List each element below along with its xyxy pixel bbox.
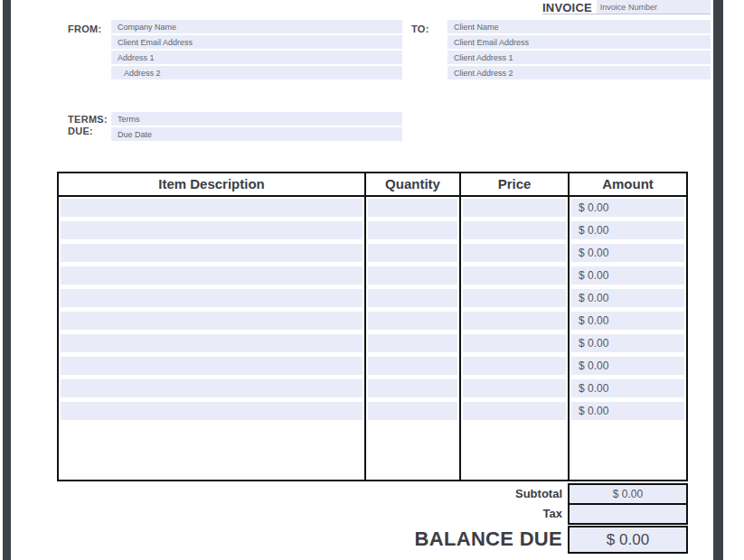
- price-field[interactable]: [463, 402, 566, 420]
- tax-label: Tax: [543, 507, 562, 520]
- from-label: FROM:: [68, 23, 102, 34]
- company-name-field[interactable]: Company Name: [111, 20, 402, 33]
- subtotal-label: Subtotal: [515, 487, 562, 500]
- table-row: $ 0.00: [59, 219, 686, 242]
- terms-fields: Terms Due Date: [111, 112, 402, 143]
- table-header-row: Item Description Quantity Price Amount: [59, 173, 686, 197]
- price-field[interactable]: [463, 379, 566, 397]
- page-right-edge-bar: [713, 0, 723, 560]
- quantity-field[interactable]: [368, 244, 457, 262]
- client-email-field[interactable]: Client Email Address: [447, 35, 711, 49]
- amount-field: $ 0.00: [571, 289, 684, 307]
- table-row: $ 0.00: [59, 310, 686, 332]
- client-address2-field[interactable]: Client Address 2: [447, 66, 711, 79]
- amount-field: $ 0.00: [571, 199, 684, 217]
- item-description-field[interactable]: [61, 312, 363, 330]
- price-field[interactable]: [463, 221, 566, 239]
- quantity-field[interactable]: [368, 334, 457, 352]
- price-field[interactable]: [463, 244, 566, 262]
- quantity-field[interactable]: [368, 221, 457, 239]
- quantity-field[interactable]: [368, 357, 457, 375]
- from-email-field[interactable]: Client Email Address: [111, 35, 402, 49]
- item-description-field[interactable]: [61, 357, 363, 375]
- item-description-field[interactable]: [61, 379, 363, 397]
- amount-field: $ 0.00: [571, 379, 684, 397]
- tax-value-box[interactable]: [568, 503, 688, 525]
- price-field[interactable]: [463, 334, 566, 352]
- to-label: TO:: [411, 23, 429, 34]
- table-row: $ 0.00: [59, 265, 686, 287]
- table-row: $ 0.00: [59, 332, 686, 355]
- item-description-field[interactable]: [61, 199, 363, 217]
- balance-due-label: BALANCE DUE: [415, 527, 562, 551]
- amount-field: $ 0.00: [571, 334, 684, 352]
- from-address2-field[interactable]: Address 2: [111, 66, 402, 79]
- line-items-table: Item Description Quantity Price Amount $…: [57, 172, 688, 481]
- table-row: $ 0.00: [59, 197, 686, 219]
- quantity-field[interactable]: [368, 312, 457, 330]
- price-field[interactable]: [463, 289, 566, 307]
- amount-field: $ 0.00: [571, 244, 684, 262]
- from-fields: Company Name Client Email Address Addres…: [111, 20, 402, 81]
- terms-label: TERMS:: [68, 114, 108, 125]
- item-description-field[interactable]: [61, 334, 363, 352]
- quantity-field[interactable]: [368, 379, 457, 397]
- amount-field: $ 0.00: [571, 357, 684, 375]
- amount-field: $ 0.00: [571, 221, 684, 239]
- quantity-field[interactable]: [368, 266, 457, 285]
- item-description-field[interactable]: [61, 289, 363, 307]
- invoice-number-field[interactable]: Invoice Number: [597, 0, 711, 14]
- item-description-field[interactable]: [61, 244, 363, 262]
- invoice-title: INVOICE: [542, 0, 597, 14]
- amount-field: $ 0.00: [571, 402, 684, 420]
- quantity-field[interactable]: [368, 402, 457, 420]
- table-row: $ 0.00: [59, 355, 686, 378]
- header-price: Price: [461, 173, 568, 195]
- item-description-field[interactable]: [61, 266, 363, 285]
- item-description-field[interactable]: [61, 402, 363, 420]
- balance-due-value-box: $ 0.00: [568, 526, 688, 554]
- terms-field[interactable]: Terms: [111, 112, 402, 126]
- table-row: $ 0.00: [59, 242, 686, 265]
- price-field[interactable]: [463, 199, 566, 217]
- quantity-field[interactable]: [368, 199, 457, 217]
- quantity-field[interactable]: [368, 289, 457, 307]
- price-field[interactable]: [463, 266, 566, 285]
- from-address1-field[interactable]: Address 1: [111, 51, 402, 64]
- price-field[interactable]: [463, 312, 566, 330]
- page-left-edge-bar: [3, 0, 11, 560]
- to-fields: Client Name Client Email Address Client …: [447, 20, 711, 81]
- table-row: $ 0.00: [59, 400, 686, 423]
- amount-field: $ 0.00: [571, 266, 684, 285]
- client-address1-field[interactable]: Client Address 1: [447, 51, 711, 64]
- item-description-field[interactable]: [61, 221, 363, 239]
- table-row: $ 0.00: [59, 378, 686, 400]
- invoice-rows: $ 0.00 $ 0.00 $ 0.00 $ 0.00 $ 0.00 $ 0.0…: [59, 197, 686, 423]
- due-date-field[interactable]: Due Date: [111, 127, 402, 141]
- invoice-header: INVOICE Invoice Number: [542, 0, 711, 14]
- subtotal-value-box: $ 0.00: [568, 483, 688, 505]
- header-amount: Amount: [570, 173, 686, 195]
- due-label: DUE:: [68, 126, 93, 136]
- header-item-description: Item Description: [59, 173, 364, 195]
- amount-field: $ 0.00: [571, 312, 684, 330]
- price-field[interactable]: [463, 357, 566, 375]
- client-name-field[interactable]: Client Name: [447, 20, 711, 33]
- header-quantity: Quantity: [366, 173, 459, 195]
- table-row: $ 0.00: [59, 287, 686, 310]
